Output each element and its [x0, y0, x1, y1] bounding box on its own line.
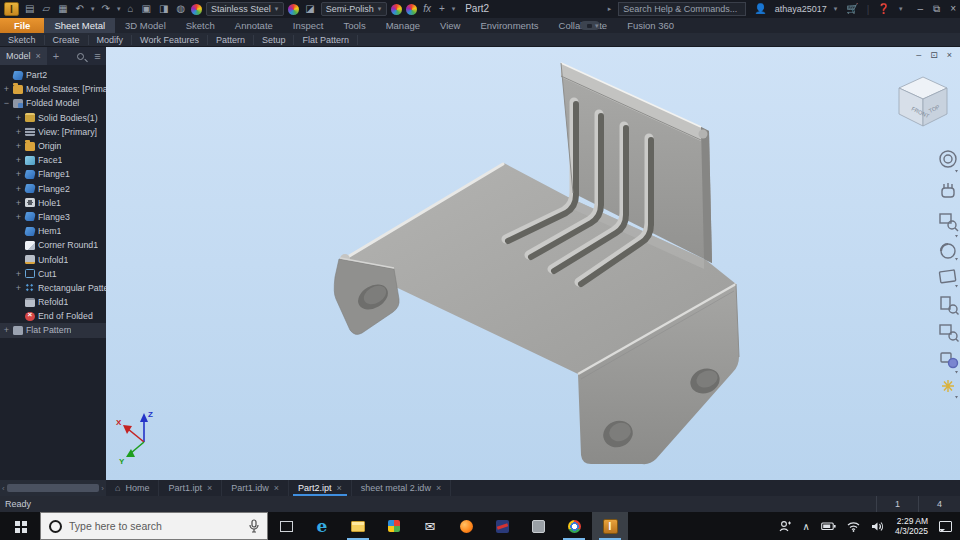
- username[interactable]: athaya25017: [775, 4, 827, 14]
- ribbon-tab[interactable]: View: [430, 18, 470, 33]
- tree-expander[interactable]: +: [15, 141, 22, 151]
- volume-icon[interactable]: [871, 521, 884, 532]
- ribbon-tab[interactable]: Sheet Metal: [44, 18, 115, 33]
- doc-minimize-icon[interactable]: –: [916, 50, 921, 60]
- tab-close-icon[interactable]: ×: [436, 483, 441, 493]
- ribbon-tab[interactable]: Environments: [470, 18, 548, 33]
- browser-tree-item[interactable]: + Flange2: [0, 182, 106, 196]
- scroll-left-icon[interactable]: ‹: [2, 484, 5, 493]
- battery-icon[interactable]: [821, 521, 836, 531]
- browser-tree-item[interactable]: + Hole1: [0, 196, 106, 210]
- browser-horizontal-scrollbar[interactable]: ‹ ›: [0, 480, 106, 496]
- document-tab[interactable]: sheet metal 2.idw ×: [352, 480, 451, 496]
- doc-close-icon[interactable]: ×: [947, 50, 952, 60]
- redo-icon[interactable]: ↷: [100, 2, 112, 16]
- navigation-wheel-icon[interactable]: [940, 151, 958, 173]
- tab-close-icon[interactable]: ×: [274, 483, 279, 493]
- viewport-canvas[interactable]: FRONT TOP: [106, 47, 960, 480]
- tree-expander[interactable]: +: [3, 84, 10, 94]
- zoom-selected-icon[interactable]: [940, 325, 959, 342]
- orbit-icon[interactable]: [941, 244, 958, 261]
- ribbon-tab[interactable]: File: [0, 18, 44, 33]
- ribbon-tab[interactable]: Inspect: [283, 18, 334, 33]
- pan-icon[interactable]: [942, 183, 954, 197]
- visual-style-icon[interactable]: [941, 353, 958, 374]
- taskbar-search-input[interactable]: Type here to search: [40, 512, 268, 540]
- adjust-wheel-icon[interactable]: [391, 4, 402, 15]
- browser-tree-item[interactable]: Hem1: [0, 224, 106, 238]
- select-icon[interactable]: ◍: [174, 2, 187, 16]
- panel-tab[interactable]: Flat Pattern: [294, 35, 358, 45]
- taskbar-app-button[interactable]: [340, 512, 376, 540]
- capture-caret-icon[interactable]: ▾: [594, 22, 600, 30]
- taskbar-app-button[interactable]: [520, 512, 556, 540]
- zoom-icon[interactable]: [940, 214, 958, 238]
- toolbar-overflow-caret-icon[interactable]: ▾: [451, 5, 457, 13]
- browser-menu-icon[interactable]: ≡: [94, 50, 100, 62]
- measure-plus-icon[interactable]: +: [437, 2, 447, 16]
- open-icon[interactable]: ▱: [40, 2, 52, 16]
- tree-expander[interactable]: +: [15, 212, 22, 222]
- tree-expander[interactable]: +: [15, 127, 22, 137]
- close-button[interactable]: ×: [950, 3, 956, 15]
- ribbon-tab[interactable]: Annotate: [225, 18, 283, 33]
- browser-tree-item[interactable]: Corner Round1: [0, 238, 106, 252]
- redo-caret-icon[interactable]: ▾: [116, 5, 122, 13]
- doc-restore-icon[interactable]: ⊡: [930, 50, 938, 60]
- browser-tree-item[interactable]: + Face1: [0, 153, 106, 167]
- undo-icon[interactable]: ↶: [74, 2, 86, 16]
- panel-tab[interactable]: Create: [45, 35, 89, 45]
- browser-tree-item[interactable]: + Flange3: [0, 210, 106, 224]
- browser-tree-item[interactable]: + Solid Bodies(1): [0, 111, 106, 125]
- wifi-icon[interactable]: [847, 521, 860, 532]
- tree-expander[interactable]: +: [15, 184, 22, 194]
- ribbon-tab[interactable]: Fusion 360: [617, 18, 684, 33]
- panel-tab[interactable]: Sketch: [0, 35, 45, 45]
- document-tab[interactable]: Part2.ipt ×: [289, 480, 352, 496]
- ribbon-tab[interactable]: Sketch: [176, 18, 225, 33]
- browser-tree-item[interactable]: + View: [Primary]: [0, 125, 106, 139]
- parameters-fx-icon[interactable]: fx: [421, 2, 433, 16]
- save-icon[interactable]: ▦: [56, 2, 69, 16]
- taskbar-app-button[interactable]: I: [592, 512, 628, 540]
- taskbar-app-button[interactable]: e: [304, 512, 340, 540]
- browser-tree-item[interactable]: + Origin: [0, 139, 106, 153]
- tree-expander[interactable]: +: [15, 198, 22, 208]
- browser-tree-item[interactable]: End of Folded: [0, 309, 106, 323]
- hidden-icons-chevron-icon[interactable]: ∧: [803, 521, 810, 532]
- browser-tree-item[interactable]: − Folded Model: [0, 96, 106, 110]
- taskbar-app-button[interactable]: ✉: [412, 512, 448, 540]
- sheet-metal-part[interactable]: [334, 63, 739, 464]
- tab-close-icon[interactable]: ×: [337, 483, 342, 493]
- update-icon[interactable]: ◨: [157, 2, 170, 16]
- flyout-arrow-icon[interactable]: ▸: [607, 5, 613, 13]
- help-search-input[interactable]: Search Help & Commands...: [618, 2, 746, 16]
- taskbar-app-button[interactable]: [268, 512, 304, 540]
- taskbar-app-button[interactable]: [376, 512, 412, 540]
- user-caret-icon[interactable]: ▾: [833, 5, 839, 13]
- taskbar-clock[interactable]: 2:29 AM 4/3/2025: [895, 516, 928, 536]
- start-button[interactable]: [0, 512, 40, 540]
- browser-tree-item[interactable]: Part2: [0, 68, 106, 82]
- help-caret-icon[interactable]: ▾: [898, 5, 904, 13]
- zoom-window-icon[interactable]: [941, 297, 959, 315]
- browser-tree-item[interactable]: Unfold1: [0, 252, 106, 266]
- taskbar-app-button[interactable]: [448, 512, 484, 540]
- lighting-icon[interactable]: [942, 380, 958, 399]
- ribbon-tab[interactable]: Tools: [333, 18, 375, 33]
- browser-search-icon[interactable]: [77, 53, 84, 60]
- panel-tab[interactable]: Work Features: [132, 35, 208, 45]
- tab-close-icon[interactable]: ×: [207, 483, 212, 493]
- tree-expander[interactable]: +: [15, 269, 22, 279]
- ribbon-tab[interactable]: 3D Model: [115, 18, 176, 33]
- browser-tree-item[interactable]: + Cut1: [0, 267, 106, 281]
- look-at-icon[interactable]: [939, 270, 958, 288]
- viewcube[interactable]: FRONT TOP: [899, 77, 947, 126]
- action-center-icon[interactable]: [939, 521, 952, 532]
- cart-icon[interactable]: 🛒: [844, 2, 860, 16]
- browser-model-tab[interactable]: Model ×: [0, 47, 47, 65]
- browser-tree-item[interactable]: + Model States: [Primary]: [0, 82, 106, 96]
- document-tab[interactable]: Part1.ipt ×: [159, 480, 222, 496]
- panel-tab[interactable]: Modify: [89, 35, 133, 45]
- tree-expander[interactable]: +: [15, 283, 22, 293]
